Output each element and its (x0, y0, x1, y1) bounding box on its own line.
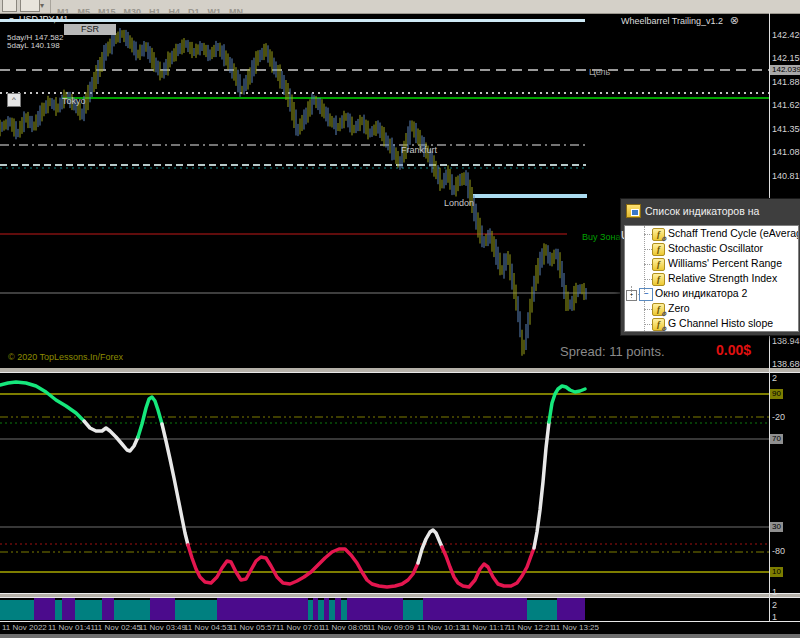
time-axis-label: 11 Nov 13:25 (552, 623, 599, 632)
price-axis-label-141.620: 141.620 (772, 100, 800, 110)
osc-axis-label-90: 90 (770, 389, 783, 399)
annotation-london: London (444, 198, 474, 208)
spread-label: Spread: 11 points. (560, 344, 665, 359)
osc-axis-label--80: -80 (772, 546, 785, 556)
tree-connector (644, 249, 652, 250)
price-axis-label-142.155: 142.155 (772, 53, 800, 63)
tree-connector-line (631, 286, 632, 298)
tree-connector-line (644, 226, 645, 294)
function-gear-icon: f⚙ (652, 318, 665, 331)
time-axis-label: 11 Nov 01:41 (48, 623, 95, 632)
tree-connector (644, 324, 652, 325)
tree-connector (644, 309, 652, 310)
osc-axis-label-70: 70 (770, 434, 783, 444)
time-axis-label: 11 Nov 09:09 (367, 623, 414, 632)
indicator-item-relative-strength-index[interactable]: fRelative Strength Index (625, 271, 798, 286)
time-axis-label: 11 Nov 02:45 (94, 623, 141, 632)
indicator-window-icon: ~ (639, 288, 653, 301)
tree-connector (644, 279, 652, 280)
function-gear-icon: f⚙ (652, 228, 665, 241)
indicator-item-label: Stochastic Oscillator (668, 241, 763, 256)
time-axis-label: 11 Nov 10:13 (417, 623, 464, 632)
price-axis-label-142.420: 142.420 (772, 30, 800, 40)
annotation-цель: Цель (589, 67, 610, 77)
osc-axis-label--20: -20 (772, 412, 785, 422)
indicator-item-williams-percent-range[interactable]: fWilliams' Percent Range (625, 256, 798, 271)
indicator-item-окно-индикатора-2[interactable]: -~Окно индикатора 2 (625, 286, 798, 301)
time-axis-label: 11 Nov 04:53 (184, 623, 231, 632)
function-icon: f (652, 258, 665, 271)
indicator-item-stochastic-oscillator[interactable]: fStochastic Oscillator (625, 241, 798, 256)
price-axis-label-140.815: 140.815 (772, 171, 800, 181)
copyright-label: © 2020 TopLessons.In/Forex (8, 352, 123, 362)
price-axis-label-138.945: 138.945 (772, 336, 800, 346)
indicator-item-label: Zero (668, 301, 690, 316)
time-axis-label: 11 Nov 05:57 (229, 623, 276, 632)
time-axis-label: 11 Nov 11:17 (462, 623, 508, 632)
pane2-axis-label-2: 2 (772, 600, 777, 610)
day-low-label: 5dayL 140.198 (7, 41, 60, 51)
tree-connector (644, 234, 652, 235)
profit-label: 0.00$ (716, 342, 751, 358)
indicator-item-label: Williams' Percent Range (668, 256, 782, 271)
osc-axis-label-30: 30 (770, 522, 783, 532)
indicator-item-g-channel-histo-slope[interactable]: f⚙G Channel Histo slope (625, 316, 798, 331)
price-axis-label-138.680: 138.680 (772, 359, 800, 369)
tree-connector (644, 264, 652, 265)
time-axis-label: 11 Nov 07:01 (276, 623, 323, 632)
pane2-axis-label-1: 1 (772, 612, 777, 622)
time-axis-label: 11 Nov 03:49 (139, 623, 186, 632)
annotation-tokyo: Tokyo (62, 96, 86, 106)
indicator-tree: f⚙Schaff Trend Cycle (eAverages)fStochas… (624, 225, 799, 332)
time-axis-label: 11 Nov 12:21 (507, 623, 554, 632)
indicator-item-label: Relative Strength Index (668, 271, 777, 286)
indicator-item-schaff-trend-cycle-eaverages-[interactable]: f⚙Schaff Trend Cycle (eAverages) (625, 226, 798, 241)
osc-axis-label-10: 10 (770, 567, 783, 577)
price-axis-label-142.039: 142.039 (770, 65, 800, 75)
function-icon: f (652, 243, 665, 256)
time-axis-label: 11 Nov 08:05 (321, 623, 368, 632)
indicator-item-label: G Channel Histo slope (668, 316, 773, 331)
function-icon: f (652, 273, 665, 286)
annotation-frankfurt: Frankfurt (401, 145, 437, 155)
fsr-label: FSR (64, 24, 116, 35)
function-gear-icon: f⚙ (652, 303, 665, 316)
window-bottom-border (0, 634, 800, 638)
time-axis-label: 11 Nov 2022 (2, 623, 47, 632)
gear-icon: ⚙ (661, 327, 666, 332)
object-anchor-icon[interactable]: ^ (7, 93, 21, 107)
annotation-buy-зона: Buy Зона (582, 232, 620, 242)
indicator-item-label: Schaff Trend Cycle (eAverages) (668, 226, 799, 241)
osc-axis-label-1: 1 (772, 587, 777, 597)
indicator-list-icon (626, 204, 641, 218)
indicator-item-zero[interactable]: f⚙Zero (625, 301, 798, 316)
price-axis-label-141.350: 141.350 (772, 124, 800, 134)
osc-axis-label-2: 2 (772, 373, 777, 383)
indicator-item-label: Окно индикатора 2 (655, 286, 747, 301)
indicator-list-popup: Список индикаторов на USDJPY,M1 f⚙Schaff… (620, 198, 800, 336)
popup-title-bar[interactable]: Список индикаторов на USDJPY,M1 (621, 199, 800, 223)
price-axis-label-141.085: 141.085 (772, 147, 800, 157)
price-axis-label-141.885: 141.885 (772, 77, 800, 87)
tree-connector-line (644, 301, 645, 331)
mt4-terminal: ▾ M1M5M15M30H1H4D1W1MN ▼USDJPY,M1 Wheelb… (0, 0, 800, 638)
